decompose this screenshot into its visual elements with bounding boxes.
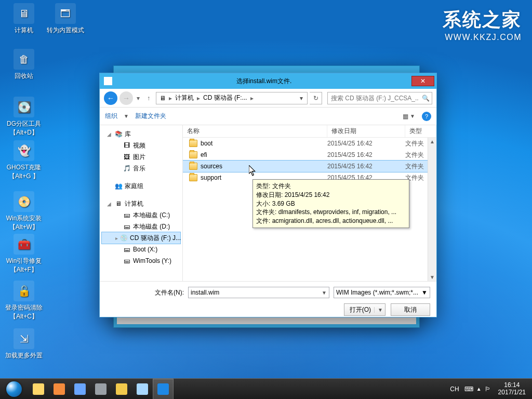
icon-label: Win系统安装 【Alt+W】 <box>3 214 45 232</box>
tree-drive-item[interactable]: 🖴本地磁盘 (C:) <box>102 209 180 221</box>
tree-homegroup[interactable]: 👥家庭组 <box>102 180 180 192</box>
icon-label: DG分区工具 【Alt+D】 <box>3 119 45 137</box>
organize-dropdown-icon[interactable]: ▼ <box>123 113 130 119</box>
tree-library-item[interactable]: 🎞视频 <box>102 140 180 151</box>
desktop-icon-more-ext[interactable]: ⇲加载更多外置 <box>3 328 45 360</box>
filename-combobox[interactable]: install.wim▼ <box>188 287 329 298</box>
desktop-icon-computer[interactable]: 🖥计算机 <box>3 3 45 35</box>
ime-tool-icon[interactable]: ⌨ <box>464 385 473 393</box>
desktop-icon-pw-clear[interactable]: 🔓登录密码清除 【Alt+C】 <box>3 281 45 321</box>
nav-back-button[interactable]: ← <box>104 91 117 105</box>
taskbar: CH ⌨ ▲ 🏳 16:14 2017/1/21 <box>0 378 532 399</box>
tree-library-item[interactable]: 🖼图片 <box>102 151 180 163</box>
taskbar-app-tool[interactable] <box>111 379 132 400</box>
boot-fix-icon: 🧰 <box>14 234 34 255</box>
icon-label: GHOST克隆 【Alt+G 】 <box>3 163 45 181</box>
dg-part-icon: 💽 <box>14 97 34 117</box>
tree-drive-item[interactable]: ▸💿CD 驱动器 (F:) J... <box>102 232 180 244</box>
taskbar-app-wininstall[interactable] <box>153 379 174 400</box>
folder-icon <box>189 174 197 181</box>
nav-history-dropdown[interactable]: ▾ <box>135 95 141 102</box>
open-button[interactable]: 打开(O)▼ <box>344 303 385 316</box>
ghost-icon: 👻 <box>14 140 34 161</box>
filetype-filter[interactable]: WIM Images (*.wim;*.swm;*...▼ <box>334 287 430 298</box>
close-button[interactable]: ✕ <box>411 76 434 86</box>
filename-label: 文件名(N): <box>106 288 184 297</box>
taskbar-app-cleaner[interactable] <box>70 379 90 400</box>
ime-indicator[interactable]: CH <box>448 384 461 394</box>
refresh-button[interactable]: ↻ <box>310 92 322 104</box>
desktop-icon-boot-fix[interactable]: 🧰Win引导修复 【Alt+F】 <box>3 234 45 274</box>
new-folder-button[interactable]: 新建文件夹 <box>135 112 166 121</box>
folder-icon <box>189 151 197 158</box>
list-row[interactable]: efi2015/4/25 16:42文件夹 <box>183 149 436 161</box>
nav-tree[interactable]: ◢📚库🎞视频🖼图片🎵音乐👥家庭组◢🖥计算机🖴本地磁盘 (C:)🖴本地磁盘 (D:… <box>100 125 183 281</box>
dialog-icon <box>104 77 112 85</box>
clock[interactable]: 16:14 2017/1/21 <box>494 382 530 395</box>
folder-icon <box>189 163 197 170</box>
dialog-title: 选择install.wim文件. <box>116 77 411 86</box>
tree-libraries[interactable]: ◢📚库 <box>102 128 180 140</box>
taskbar-app-notepad[interactable] <box>132 379 153 400</box>
cancel-button[interactable]: 取消 <box>391 303 430 316</box>
pw-clear-icon: 🔓 <box>14 281 34 301</box>
search-icon: 🔍 <box>420 95 430 102</box>
hover-tooltip: 类型: 文件夹 修改日期: 2015/4/25 16:42 大小: 3.69 G… <box>252 179 409 228</box>
switch-mode-icon: 🗔 <box>55 3 76 24</box>
folder-icon <box>189 140 197 147</box>
tree-drive-item[interactable]: 🖴本地磁盘 (D:) <box>102 221 180 232</box>
desktop-icon-ghost[interactable]: 👻GHOST克隆 【Alt+G 】 <box>3 140 45 181</box>
tray-flag-icon[interactable]: 🏳 <box>485 385 491 393</box>
desktop-icon-switch-mode[interactable]: 🗔转为内置模式 <box>45 3 86 35</box>
icon-label: 转为内置模式 <box>45 26 86 35</box>
help-button[interactable]: ? <box>422 112 431 121</box>
icon-label: 计算机 <box>3 26 45 35</box>
taskbar-app-explorer[interactable] <box>28 379 49 400</box>
view-mode-button[interactable]: ▦ ▼ <box>400 111 418 122</box>
taskbar-app-cpu[interactable] <box>90 379 111 400</box>
desktop-icon-recycle[interactable]: 🗑回收站 <box>3 49 45 81</box>
list-row[interactable]: sources2015/4/25 16:42文件夹 <box>183 161 436 172</box>
tree-drive-item[interactable]: 🖴Boot (X:) <box>102 244 180 255</box>
icon-label: Win引导修复 【Alt+F】 <box>3 257 45 274</box>
win-inst-icon: 📀 <box>14 191 34 212</box>
icon-label: 加载更多外置 <box>3 351 45 360</box>
nav-forward-button[interactable]: → <box>119 91 133 105</box>
watermark: 系统之家 WWW.KKZJ.COM <box>443 7 522 42</box>
desktop-icon-win-inst[interactable]: 📀Win系统安装 【Alt+W】 <box>3 191 45 232</box>
column-headers[interactable]: 名称 修改日期 类型 <box>183 125 436 138</box>
desktop-icon-dg-part[interactable]: 💽DG分区工具 【Alt+D】 <box>3 97 45 137</box>
taskbar-app-dg[interactable] <box>49 379 70 400</box>
scrollbar[interactable]: ▲▼ <box>428 138 436 281</box>
breadcrumb[interactable]: 🖥▸ 计算机▸ CD 驱动器 (F:...▸ ▾ <box>156 92 308 104</box>
organize-menu[interactable]: 组织 <box>105 112 117 121</box>
search-input[interactable]: 🔍 <box>327 92 432 104</box>
list-row[interactable]: boot2015/4/25 16:42文件夹 <box>183 138 436 149</box>
icon-label: 登录密码清除 【Alt+C】 <box>3 303 45 321</box>
tree-library-item[interactable]: 🎵音乐 <box>102 163 180 174</box>
recycle-icon: 🗑 <box>14 49 34 70</box>
icon-label: 回收站 <box>3 72 45 81</box>
nav-up-button[interactable]: ↑ <box>143 93 154 103</box>
start-button[interactable] <box>0 379 28 400</box>
computer-icon: 🖥 <box>14 3 34 24</box>
tray-up-icon[interactable]: ▲ <box>476 386 482 392</box>
more-ext-icon: ⇲ <box>14 328 34 349</box>
tree-drive-item[interactable]: 🖴WimTools (Y:) <box>102 255 180 267</box>
tree-computer[interactable]: ◢🖥计算机 <box>102 198 180 209</box>
